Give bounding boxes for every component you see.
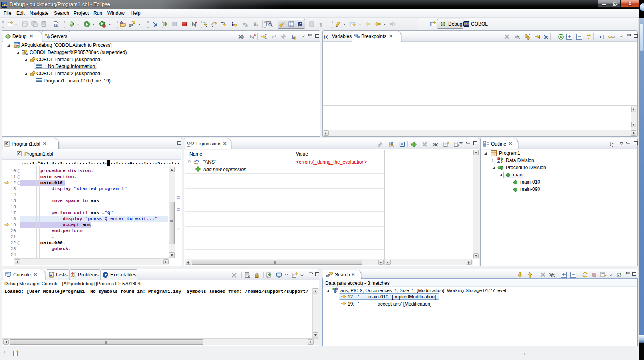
svg-text:¶: ¶ [319,21,322,27]
svg-text:P: P [300,22,302,26]
svg-text:=?: =? [194,162,198,165]
svg-text:x+y: x+y [187,145,192,147]
svg-text:(x)=: (x)= [324,35,330,39]
svg-text:010: 010 [54,24,58,26]
